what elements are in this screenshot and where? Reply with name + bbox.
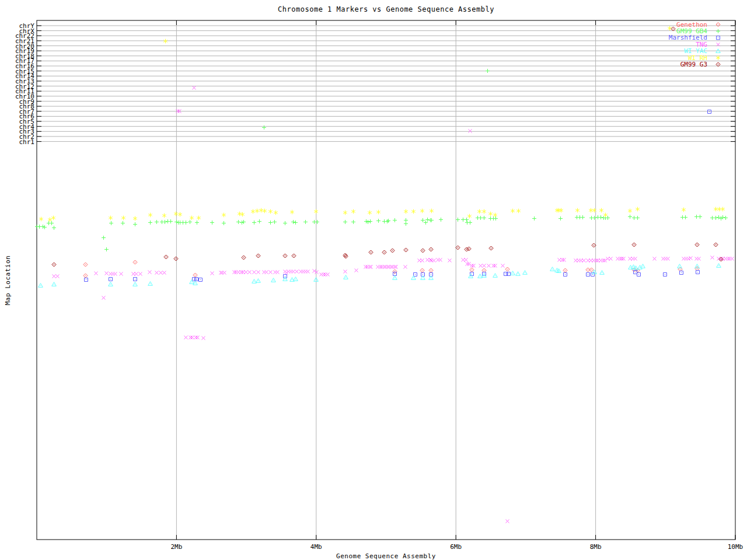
- legend-marker: [716, 29, 720, 33]
- series-marshfield-markers: [85, 110, 711, 282]
- plot-area: chrYchrXchr22chr21chr20chr19chr18chr17ch…: [0, 0, 747, 560]
- x-tick-label: 6Mb: [450, 543, 462, 551]
- plot-border: [37, 20, 735, 540]
- x-tick-label: 8Mb: [590, 543, 602, 551]
- y-tick-label: chr1: [19, 138, 35, 146]
- series-gm99-g3-markers: [52, 27, 723, 267]
- legend-label: GM99 G3: [680, 61, 707, 68]
- series-genethon-markers: [83, 260, 699, 278]
- x-tick-label: 10Mb: [728, 543, 743, 551]
- series-wi-yac-markers: [39, 264, 721, 288]
- x-tick-label: 4Mb: [310, 543, 322, 551]
- legend-marker: [716, 55, 720, 60]
- legend-marker: [717, 36, 720, 40]
- chart-canvas: Chromosome 1 Markers vs Genome Sequence …: [0, 0, 747, 560]
- series-tng-markers: [53, 86, 734, 523]
- x-tick-label: 2Mb: [170, 543, 182, 551]
- series-wi-rh-markers: [39, 26, 725, 222]
